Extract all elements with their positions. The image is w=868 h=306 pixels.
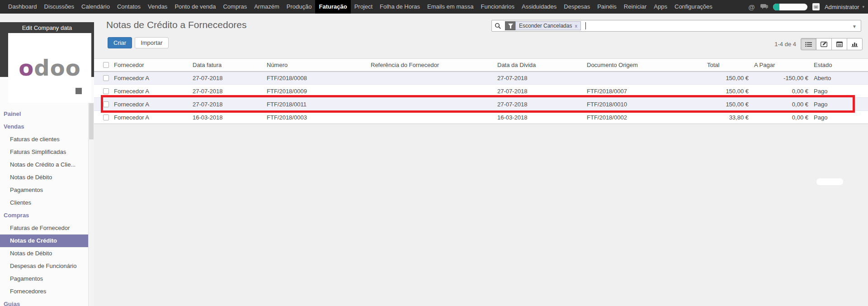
row-checkbox[interactable] [103,88,109,94]
cell-refer-ncia-do-fornecedor [368,72,495,85]
systray: @ Administrator ▾ [748,0,864,14]
sidebar-item-faturas-de-clientes[interactable]: Faturas de clientes [0,133,94,146]
sidebar-item-pagamentos[interactable]: Pagamentos [0,184,94,196]
odoo-logo: odoo [19,57,80,79]
cell-n-mero: FTF/2018/0009 [264,85,368,98]
bar-chart-icon [851,41,858,47]
cell-fornecedor: Fornecedor A [111,85,190,98]
user-menu-caret-icon[interactable]: ▾ [862,5,864,9]
column-header-data-da-divida[interactable]: Data da Divida [495,59,584,72]
select-all-checkbox[interactable] [103,62,109,68]
filter-icon [505,21,515,30]
search-dropdown-caret-icon[interactable]: ▼ [852,24,857,29]
nav-item-configurações[interactable]: Configurações [671,0,716,14]
nav-item-dashboard[interactable]: Dashboard [5,0,41,14]
nav-item-emails-em-massa[interactable]: Emails em massa [424,0,477,14]
pager-text: 1-4 de 4 [774,41,796,48]
cell-documento-origem: FTF/2018/0007 [584,85,704,98]
row-checkbox[interactable] [103,101,109,107]
column-header-documento-origem[interactable]: Documento Origem [584,59,704,72]
search-bar[interactable]: Esconder Canceladas x ▼ [491,20,861,32]
cell-data-da-divida: 27-07-2018 [495,98,584,111]
odoo-app-window: DashboardDiscussõesCalendárioContatosVen… [0,0,868,306]
mentions-icon[interactable]: @ [748,3,755,11]
sidebar-item-notas-de-d-bito[interactable]: Notas de Débito [0,171,94,184]
column-header-n-mero[interactable]: Número [264,59,368,72]
cell-a-pagar: -150,00 € [751,72,811,85]
cell-data-fatura: 16-03-2018 [190,111,264,124]
nav-item-painéis[interactable]: Painéis [594,0,620,14]
nav-item-compras[interactable]: Compras [219,0,250,14]
main-menu: DashboardDiscussõesCalendárioContatosVen… [0,0,868,14]
nav-item-folha-de-horas[interactable]: Folha de Horas [376,0,424,14]
cell-fornecedor: Fornecedor A [111,72,190,85]
table-row[interactable]: Fornecedor A16-03-2018FTF/2018/000316-03… [94,111,868,124]
row-checkbox-cell [94,111,111,124]
main-content: Notas de Crédito a Fornecedores Esconder… [94,14,868,306]
row-checkbox-cell [94,72,111,85]
sidebar-item-faturas-de-fornecedor[interactable]: Faturas de Fornecedor [0,222,94,234]
nav-item-despesas[interactable]: Despesas [560,0,594,14]
cell-n-mero: FTF/2018/0011 [264,98,368,111]
sidebar-scrollbar[interactable] [88,103,94,306]
nav-item-assiduidades[interactable]: Assiduidades [518,0,560,14]
nav-item-apps[interactable]: Apps [650,0,671,14]
search-facet-label: Esconder Canceladas [519,23,572,29]
facet-remove-button[interactable]: x [575,23,577,29]
graph-view-button[interactable] [847,38,863,50]
table-row[interactable]: Fornecedor A27-07-2018FTF/2018/000827-07… [94,72,868,85]
sidebar-item-notas-de-cr-dito-a-clie-[interactable]: Notas de Crédito a Clie... [0,158,94,171]
sidebar-menu: PainelVendasFaturas de clientesFaturas S… [0,108,94,306]
nav-item-contatos[interactable]: Contatos [113,0,144,14]
cell-fornecedor: Fornecedor A [111,98,190,111]
nav-item-armazém[interactable]: Armazém [250,0,283,14]
column-header-fornecedor[interactable]: Fornecedor [111,59,190,72]
timer-progress-pill[interactable] [773,4,807,10]
table-row-highlighted[interactable]: Fornecedor A27-07-2018FTF/2018/001127-07… [94,98,868,111]
messages-icon[interactable] [760,4,768,10]
form-view-button[interactable] [816,38,832,50]
sidebar-item-faturas-simplificadas[interactable]: Faturas Simplificadas [0,146,94,158]
user-menu[interactable]: Administrator [825,4,859,10]
table-row[interactable]: Fornecedor A27-07-2018FTF/2018/000927-07… [94,85,868,98]
edit-company-button[interactable]: Edit Company data [0,22,94,33]
sidebar-item-pagamentos[interactable]: Pagamentos [0,273,94,285]
nav-item-vendas[interactable]: Vendas [144,0,171,14]
row-checkbox[interactable] [103,115,109,120]
cell-total: 150,00 € [704,85,751,98]
column-header-estado[interactable]: Estado [811,59,868,72]
create-button[interactable]: Criar [108,37,132,48]
sidebar-scrollbar-thumb[interactable] [89,103,94,139]
calendar-view-button[interactable] [831,38,847,50]
user-avatar[interactable] [812,3,820,10]
nav-item-reiniciar[interactable]: Reiniciar [620,0,651,14]
column-header-refer-ncia-do-fornecedor[interactable]: Referência do Fornecedor [368,59,495,72]
nav-item-project[interactable]: Project [351,0,376,14]
nav-item-calendário[interactable]: Calendário [78,0,113,14]
nav-item-produção[interactable]: Produção [283,0,316,14]
action-buttons: Criar Importar [108,37,169,48]
page-title: Notas de Crédito a Fornecedores [106,19,247,30]
sidebar-item-despesas-de-funcion-rio[interactable]: Despesas de Funcionário [0,260,94,273]
sidebar: Edit Company data odoo PainelVendasFatur… [0,14,94,306]
sidebar-item-notas-de-d-bito[interactable]: Notas de Débito [0,247,94,260]
column-header-data-fatura[interactable]: Data fatura [190,59,264,72]
sidebar-item-notas-de-cr-dito[interactable]: Notas de Crédito [0,234,94,247]
cell-a-pagar: 0,00 € [751,98,811,111]
import-button[interactable]: Importar [135,37,168,48]
sidebar-item-clientes[interactable]: Clientes [0,196,94,209]
nav-item-discussões[interactable]: Discussões [41,0,78,14]
list-view-button[interactable] [801,38,816,50]
column-header-total[interactable]: Total [704,59,751,72]
sidebar-section-vendas: Vendas [0,120,94,133]
search-facet-label-box: Esconder Canceladas x [515,21,581,30]
nav-item-funcionários[interactable]: Funcionários [477,0,518,14]
nav-item-ponto-de-venda[interactable]: Ponto de venda [171,0,219,14]
column-header-a-pagar[interactable]: A Pagar [751,59,811,72]
row-checkbox[interactable] [103,75,109,81]
sidebar-top-gap [0,14,94,22]
cell-estado: Pago [811,98,868,111]
sidebar-item-fornecedores[interactable]: Fornecedores [0,285,94,298]
cell-documento-origem: FTF/2018/0010 [584,98,704,111]
nav-item-faturação[interactable]: Faturação [315,0,350,14]
